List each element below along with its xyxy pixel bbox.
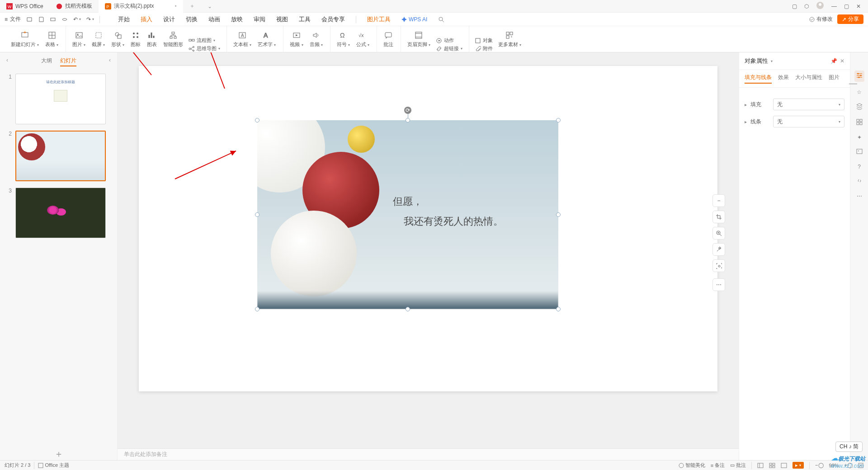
undo-icon[interactable]: ↶▾ xyxy=(73,16,81,23)
window-minimize[interactable]: — xyxy=(831,3,837,9)
preview-icon[interactable] xyxy=(61,16,68,23)
rail-help-icon[interactable]: ? xyxy=(858,164,861,170)
chevron-right-icon[interactable]: ▸ xyxy=(745,102,747,107)
tab-wps-office[interactable]: W WPS Office xyxy=(0,0,50,13)
video-button[interactable]: 视频 ▾ xyxy=(289,26,304,52)
flowchart-button[interactable]: 流程图 ▾ xyxy=(189,37,220,44)
prop-tab-size[interactable]: 大小与属性 xyxy=(795,74,822,84)
resize-handle[interactable] xyxy=(255,307,259,311)
header-footer-button[interactable]: 页眉页脚 ▾ xyxy=(406,26,431,52)
menu-insert[interactable]: 插入 xyxy=(141,14,152,25)
comments-toggle[interactable]: ▭ 批注 xyxy=(730,462,746,469)
menu-tools[interactable]: 工具 xyxy=(299,14,311,25)
prop-tab-picture[interactable]: 图片 xyxy=(829,74,840,84)
icon-button[interactable]: 图标 xyxy=(130,26,142,52)
audio-button[interactable]: 音频 ▾ xyxy=(309,26,324,52)
tab-outline[interactable]: 大纲 xyxy=(41,57,52,66)
picture-button[interactable]: 图片 ▾ xyxy=(71,26,86,52)
new-tab-button[interactable]: ＋ xyxy=(183,0,201,13)
thumb-1[interactable]: 1请在此处添加标题 xyxy=(4,74,113,124)
chevron-right-icon[interactable]: ▸ xyxy=(745,119,747,124)
wordart-button[interactable]: A艺术字 ▾ xyxy=(257,26,277,52)
outline-collapse-left[interactable]: ‹ xyxy=(6,57,8,63)
more-assets-button[interactable]: +更多素材 ▾ xyxy=(497,26,522,52)
action-button[interactable]: 动作 xyxy=(436,37,462,44)
zoom-out-button[interactable]: −◯ xyxy=(815,462,823,468)
prop-tab-effect[interactable]: 效果 xyxy=(778,74,789,84)
prop-tab-fill[interactable]: 填充与线条 xyxy=(745,74,772,84)
notes-input[interactable]: 单击此处添加备注 xyxy=(118,448,739,460)
menu-design[interactable]: 设计 xyxy=(163,14,175,25)
tab-templates[interactable]: 找稻壳模板 xyxy=(50,0,99,13)
symbol-button[interactable]: Ω符号 ▾ xyxy=(336,26,351,52)
ime-badge[interactable]: CH ♪ 简 xyxy=(835,442,863,452)
resize-handle[interactable] xyxy=(406,118,410,122)
tool-crop[interactable] xyxy=(712,211,725,223)
outline-collapse-right[interactable]: ‹ xyxy=(109,57,111,63)
tool-magnify[interactable] xyxy=(712,227,725,240)
rail-magic-icon[interactable]: ✦ xyxy=(857,134,862,141)
menu-member[interactable]: 会员专享 xyxy=(321,14,345,25)
attachment-button[interactable]: 附件 xyxy=(475,45,493,52)
share-button[interactable]: ↗分享 xyxy=(837,14,863,24)
rail-grid-icon[interactable] xyxy=(856,118,863,127)
mindmap-button[interactable]: 思维导图 ▾ xyxy=(189,45,220,52)
comment-button[interactable]: 批注 xyxy=(382,26,394,52)
view-reading-icon[interactable] xyxy=(781,463,787,468)
rotate-handle[interactable]: ⟳ xyxy=(404,107,411,114)
wps-ai-button[interactable]: WPS AI xyxy=(401,16,427,23)
resize-handle[interactable] xyxy=(255,118,259,122)
open-icon[interactable] xyxy=(26,16,33,23)
tab-overflow[interactable]: ⌄ xyxy=(201,0,218,13)
screenshot-button[interactable]: 截屏 ▾ xyxy=(91,26,106,52)
has-changes-button[interactable]: 有修改 xyxy=(809,15,833,23)
table-button[interactable]: 表格 ▾ xyxy=(44,26,59,52)
smartart-button[interactable]: 智能图形 xyxy=(162,26,184,52)
add-slide-button[interactable]: ＋ xyxy=(0,448,117,460)
thumb-3[interactable]: 3 xyxy=(4,188,113,238)
smart-beautify-button[interactable]: 智能美化 xyxy=(679,462,705,469)
file-menu[interactable]: ≡文件 xyxy=(5,15,21,23)
resize-handle[interactable] xyxy=(406,307,410,311)
textbox-button[interactable]: A文本框 ▾ xyxy=(232,26,252,52)
search-icon[interactable] xyxy=(438,16,444,23)
save-icon[interactable] xyxy=(38,16,44,23)
thumb-2[interactable]: 2 xyxy=(4,131,113,181)
shape-button[interactable]: 形状 ▾ xyxy=(110,26,125,52)
notes-toggle[interactable]: ≡ 备注 xyxy=(711,462,725,469)
line-select[interactable]: 无▾ xyxy=(773,116,844,127)
window-maximize[interactable]: ▢ xyxy=(844,3,849,9)
chart-button[interactable]: 图表 xyxy=(146,26,158,52)
theme-label[interactable]: Office 主题 xyxy=(38,462,69,469)
tab-slides[interactable]: 幻灯片 xyxy=(60,57,76,66)
window-close[interactable]: ✕ xyxy=(856,3,861,9)
menu-picture-tools[interactable]: 图片工具 xyxy=(367,14,391,25)
rail-more-icon[interactable]: ⋯ xyxy=(857,193,862,199)
menu-transition[interactable]: 切换 xyxy=(186,14,198,25)
object-button[interactable]: 对象 xyxy=(475,37,493,44)
window-cube-icon[interactable]: ⬡ xyxy=(804,3,809,9)
resize-handle[interactable] xyxy=(556,118,561,122)
menu-animation[interactable]: 动画 xyxy=(208,14,220,25)
tool-focus[interactable] xyxy=(712,259,725,272)
view-sorter-icon[interactable] xyxy=(769,463,775,468)
rail-star-icon[interactable]: ☆ xyxy=(857,89,862,95)
panel-pin-icon[interactable]: 📌 xyxy=(830,58,837,64)
user-avatar[interactable] xyxy=(816,1,824,11)
panel-close-icon[interactable]: ✕ xyxy=(840,58,844,64)
equation-button[interactable]: √x公式 ▾ xyxy=(355,26,370,52)
hyperlink-button[interactable]: 超链接 ▾ xyxy=(436,45,462,52)
menu-slideshow[interactable]: 放映 xyxy=(231,14,243,25)
menu-review[interactable]: 审阅 xyxy=(254,14,265,25)
redo-icon[interactable]: ↷▾ xyxy=(86,16,94,23)
resize-handle[interactable] xyxy=(556,212,561,217)
menu-start[interactable]: 开始 xyxy=(118,14,130,25)
slide[interactable]: 但愿， 我还有烫死人的热情。 ⟳ xyxy=(139,66,717,391)
selected-image[interactable]: 但愿， 我还有烫死人的热情。 xyxy=(257,120,558,309)
tab-current-doc[interactable]: P 演示文稿(2).pptx • xyxy=(99,0,183,13)
panel-collapse-button[interactable]: — xyxy=(849,79,857,88)
slideshow-button[interactable]: ▸ ▾ xyxy=(793,462,804,469)
view-normal-icon[interactable] xyxy=(757,463,764,468)
fill-select[interactable]: 无▾ xyxy=(773,99,844,110)
new-slide-button[interactable]: 新建幻灯片 ▾ xyxy=(10,26,40,52)
